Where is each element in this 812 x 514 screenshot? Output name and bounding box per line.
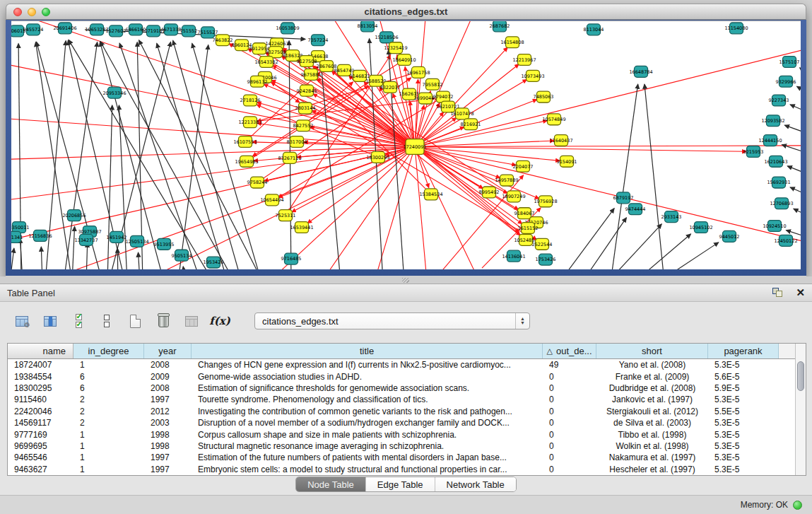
graph-node[interactable]: 6879197 (613, 192, 634, 204)
column-header-pagerank[interactable]: pagerank (708, 344, 779, 358)
graph-node[interactable]: 16961758 (406, 66, 430, 78)
graph-node[interactable]: 20206856 (62, 210, 86, 221)
graph-node[interactable]: 16107553 (233, 136, 257, 148)
graph-node[interactable]: 9154091 (557, 156, 577, 167)
graph-node[interactable]: 12444150 (758, 135, 782, 146)
graph-node[interactable]: 11154080 (724, 23, 748, 34)
graph-node[interactable]: 1527602 (106, 25, 126, 37)
graph-node[interactable]: 17240091 (403, 139, 426, 155)
graph-node[interactable]: 16648784 (629, 66, 652, 77)
column-header-name[interactable]: name (8, 344, 73, 358)
graph-node[interactable]: 19756928 (534, 196, 557, 207)
window-titlebar[interactable]: citations_edges.txt (6, 4, 806, 20)
graph-edge (11, 146, 415, 269)
svg-text:7357224: 7357224 (308, 37, 329, 43)
float-panel-icon[interactable] (772, 288, 783, 298)
table-row[interactable]: 977716911998 Corpus callosum shape and s… (8, 428, 795, 440)
graph-node[interactable]: 2204077 (513, 160, 534, 172)
tab-node-table[interactable]: Node Table (296, 477, 366, 491)
graph-node[interactable]: 751552 (180, 25, 198, 37)
graph-node[interactable]: 15692931 (767, 177, 790, 188)
graph-node[interactable]: 2933143 (661, 211, 682, 223)
svg-text:18640910: 18640910 (392, 57, 416, 63)
scrollbar-thumb[interactable] (797, 361, 804, 391)
table-row[interactable]: 946554611997 Estimation of the future nu… (8, 452, 795, 463)
svg-text:11154080: 11154080 (724, 25, 748, 31)
graph-node[interactable]: 12093582 (761, 115, 784, 127)
table-row[interactable]: 1938455462009 Genome-wide association st… (8, 370, 795, 382)
column-header-out-degree[interactable]: △ out_de... (543, 344, 596, 358)
graph-node[interactable]: 7515527 (198, 27, 218, 38)
graph-node[interactable]: 10574849 (542, 114, 565, 125)
graph-node[interactable]: 10973493 (521, 70, 544, 81)
pane-divider[interactable] (0, 276, 812, 284)
graph-node[interactable]: 19654985 (235, 156, 258, 167)
tab-network-table[interactable]: Network Table (435, 477, 516, 491)
delete-column-button[interactable] (154, 312, 172, 330)
graph-node[interactable]: 1451942 (107, 231, 127, 243)
table-row[interactable]: 1872400712008 Changes of HCN gene expres… (8, 359, 795, 370)
graph-node[interactable]: 9227343 (769, 95, 789, 106)
graph-node[interactable]: 12325419 (384, 42, 407, 54)
graph-node[interactable]: 7485063 (534, 91, 554, 103)
graph-node[interactable]: 18640910 (392, 54, 416, 66)
graph-node[interactable]: 2718126 (240, 95, 261, 106)
graph-node[interactable]: 12706893 (770, 198, 793, 209)
graph-node[interactable]: 9758244 (247, 177, 268, 188)
row-options-button[interactable] (98, 312, 116, 330)
svg-text:9505134: 9505134 (172, 253, 192, 259)
graph-node[interactable]: 1575107 (779, 57, 800, 68)
graph-node[interactable]: 14136041 (502, 250, 525, 262)
graph-node[interactable]: 20953346 (102, 87, 126, 98)
column-chooser-button[interactable] (41, 312, 59, 330)
svg-text:2718126: 2718126 (240, 98, 261, 103)
graph-node[interactable]: 9329966 (776, 76, 796, 87)
citation-graph[interactable]: 2006015594557242069140610653287152760264… (11, 21, 801, 269)
function-builder-button[interactable]: f(x) (211, 312, 229, 330)
graph-node[interactable]: 10945102 (689, 222, 712, 233)
table-settings-button[interactable]: ⚙ (13, 312, 31, 330)
table-row[interactable]: 969969511998 Structural magnetic resonan… (8, 440, 795, 452)
column-header-in-degree[interactable]: in_degree (73, 344, 144, 358)
graph-node[interactable]: 10924510 (763, 221, 786, 232)
graph-node[interactable]: 8113044 (584, 24, 604, 35)
split-resize-handle-icon[interactable] (402, 278, 409, 283)
graph-node[interactable]: 8813054 (358, 21, 378, 32)
select-rows-button[interactable] (69, 312, 88, 330)
network-canvas[interactable]: 2006015594557242069140610653287152760264… (11, 21, 801, 269)
new-column-button[interactable] (126, 312, 144, 330)
graph-node[interactable]: 12450122 (774, 235, 797, 246)
table-scrollbar[interactable] (795, 344, 806, 475)
close-panel-icon[interactable]: ✕ (796, 288, 805, 298)
table-selector-dropdown[interactable]: citations_edges.txt ▲▼ (254, 313, 530, 329)
table-row[interactable]: 1830029562008 Estimation of significance… (8, 382, 795, 394)
graph-node[interactable]: 16210643 (764, 156, 787, 167)
graph-node[interactable]: 16053809 (276, 23, 299, 34)
graph-node[interactable]: 2687682 (490, 21, 510, 32)
graph-node[interactable]: 9445012 (719, 230, 740, 242)
graph-node[interactable]: 8215953 (743, 146, 764, 157)
graph-node[interactable]: 16539441 (290, 222, 313, 233)
graph-node[interactable]: 1753426 (536, 254, 556, 265)
graph-node[interactable]: 7955812 (423, 78, 443, 90)
graph-node[interactable]: 15218506 (375, 32, 398, 43)
column-header-title[interactable]: title (192, 344, 543, 358)
graph-node[interactable]: 12213383 (238, 117, 261, 128)
table-row[interactable]: 911546021997 Tourette syndrome. Phenomen… (8, 394, 795, 405)
tab-edge-table[interactable]: Edge Table (366, 477, 435, 491)
network-frame: 2006015594557242069140610653287152760264… (6, 20, 806, 276)
graph-node[interactable]: 7357224 (308, 35, 329, 46)
table-row[interactable]: 2242004622012 Investigating the contribu… (8, 406, 795, 417)
graph-node[interactable]: 9474444 (625, 204, 646, 215)
column-header-year[interactable]: year (144, 344, 192, 358)
graph-node[interactable]: 12213967 (512, 54, 536, 66)
graph-edge (292, 146, 415, 211)
svg-text:12156836: 12156836 (28, 233, 52, 239)
graph-node[interactable]: 12505134 (125, 235, 148, 247)
table-row[interactable]: 1456911722003 Disruption of a novel memb… (8, 417, 795, 428)
graph-node[interactable]: 11640437 (549, 135, 572, 146)
column-header-short[interactable]: short (596, 344, 708, 358)
table-row[interactable]: 946362711997 Embryonic stem cells: a mod… (8, 464, 795, 475)
graph-node[interactable]: 16154808 (500, 37, 524, 48)
graph-node[interactable]: 14957889 (495, 175, 518, 186)
